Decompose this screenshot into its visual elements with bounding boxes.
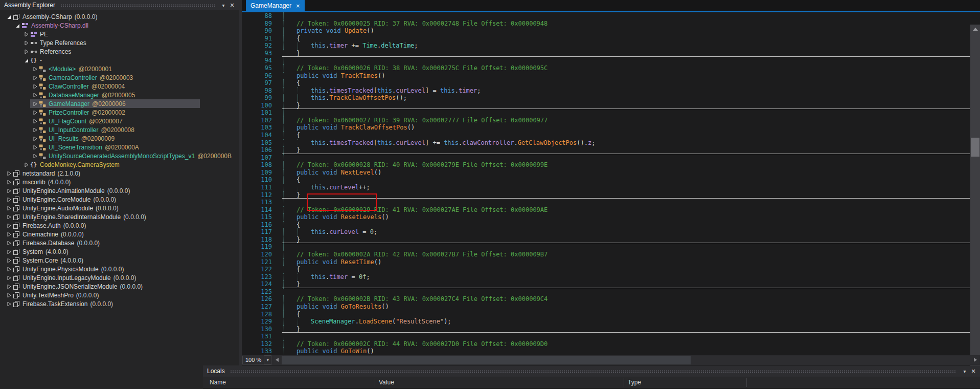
expander-open-icon[interactable] — [6, 14, 13, 20]
vertical-scrollbar-thumb[interactable] — [971, 138, 979, 157]
chevron-down-icon[interactable]: ▾ — [961, 369, 969, 374]
expander-closed-icon[interactable] — [6, 240, 13, 246]
column-separator[interactable] — [624, 378, 624, 387]
tree-item--module-[interactable]: <Module>@02000001 — [0, 64, 239, 73]
expander-closed-icon[interactable] — [32, 118, 39, 124]
tree-item-ui-inputcontroller[interactable]: UI_InputController@02000008 — [0, 125, 239, 134]
expander-closed-icon[interactable] — [23, 162, 30, 168]
tree-item-gamemanager[interactable]: GameManager@02000006 — [0, 99, 239, 108]
expander-closed-icon[interactable] — [32, 110, 39, 116]
scroll-up-icon[interactable] — [973, 28, 978, 31]
tree-item-unityengine-jsonserializemodule[interactable]: UnityEngine.JSONSerializeModule(0.0.0.0) — [0, 282, 239, 291]
tree-item-mscorlib[interactable]: mscorlib(4.0.0.0) — [0, 178, 239, 186]
expander-closed-icon[interactable] — [6, 223, 13, 229]
tree-item-pe[interactable]: PE — [0, 30, 239, 38]
tree-item-unitysourcegeneratedassemblymonoscripttypes-v1[interactable]: UnitySourceGeneratedAssemblyMonoScriptTy… — [0, 152, 239, 160]
expander-closed-icon[interactable] — [6, 179, 13, 185]
expander-closed-icon[interactable] — [32, 136, 39, 142]
expander-closed-icon[interactable] — [23, 31, 30, 37]
token-p: ; — [414, 42, 418, 49]
expander-closed-icon[interactable] — [32, 83, 39, 90]
chevron-down-icon[interactable]: ▾ — [219, 3, 227, 8]
token-c: // Token: 0x06000028 RID: 40 RVA: 0x0000… — [297, 161, 548, 168]
tree-item-references[interactable]: References — [0, 47, 239, 56]
tree-item-databasemanager[interactable]: DatabaseManager@02000005 — [0, 91, 239, 99]
expander-open-icon[interactable] — [14, 23, 21, 29]
tree-item-netstandard[interactable]: netstandard(2.1.0.0) — [0, 169, 239, 178]
zoom-level-value[interactable]: 100 % — [242, 356, 264, 364]
expander-closed-icon[interactable] — [6, 214, 13, 220]
tree-item-clawcontroller[interactable]: ClawController@02000004 — [0, 82, 239, 91]
column-separator[interactable] — [375, 378, 375, 387]
expander-closed-icon[interactable] — [23, 40, 30, 46]
tree-item-unityengine-audiomodule[interactable]: UnityEngine.AudioModule(0.0.0.0) — [0, 204, 239, 212]
expander-closed-icon[interactable] — [23, 49, 30, 55]
column-separator[interactable] — [746, 378, 747, 387]
tree-item--[interactable]: {}- — [0, 56, 239, 64]
tree-item-unityengine-physicsmodule[interactable]: UnityEngine.PhysicsModule(0.0.0.0) — [0, 265, 239, 273]
tree-item-unityengine-coremodule[interactable]: UnityEngine.CoreModule(0.0.0.0) — [0, 195, 239, 204]
locals-column-value[interactable]: Value — [379, 379, 394, 386]
locals-column-type[interactable]: Type — [628, 379, 641, 386]
code-editor[interactable]: 8889// Token: 0x06000025 RID: 37 RVA: 0x… — [242, 12, 980, 355]
tree-item-ui-scenetransition[interactable]: UI_SceneTransition@0200000A — [0, 143, 239, 152]
line-number: 119 — [242, 243, 272, 251]
tree-item-firebase-taskextension[interactable]: Firebase.TaskExtension(0.0.0.0) — [0, 299, 239, 308]
tree-item-unityengine-sharedinternalsmodule[interactable]: UnityEngine.SharedInternalsModule(0.0.0.… — [0, 212, 239, 221]
tree-item-type-references[interactable]: Type References — [0, 38, 239, 47]
tree-item-system[interactable]: System(4.0.0.0) — [0, 247, 239, 256]
tree-item-label: Assembly-CSharp.dll — [31, 22, 88, 29]
scroll-left-icon[interactable] — [276, 358, 279, 362]
tree-item-unityengine-animationmodule[interactable]: UnityEngine.AnimationModule(0.0.0.0) — [0, 186, 239, 195]
horizontal-scrollbar[interactable] — [274, 356, 979, 364]
expander-closed-icon[interactable] — [6, 266, 13, 272]
expander-closed-icon[interactable] — [32, 144, 39, 150]
tab-gamemanager[interactable]: GameManager × — [246, 0, 305, 11]
vertical-scrollbar[interactable] — [970, 25, 980, 368]
expander-closed-icon[interactable] — [6, 197, 13, 203]
tree-item-unityengine-inputlegacymodule[interactable]: UnityEngine.InputLegacyModule(0.0.0.0) — [0, 273, 239, 282]
tree-item-prizecontroller[interactable]: PrizeController@02000002 — [0, 108, 239, 117]
expander-closed-icon[interactable] — [32, 101, 39, 107]
tree-item-firebase-database[interactable]: Firebase.Database(0.0.0.0) — [0, 239, 239, 247]
zoom-dropdown-icon[interactable]: ▾ — [264, 355, 271, 365]
locals-column-name[interactable]: Name — [210, 379, 226, 386]
expander-closed-icon[interactable] — [6, 292, 13, 298]
expander-closed-icon[interactable] — [6, 249, 13, 255]
expander-closed-icon[interactable] — [32, 66, 39, 72]
expander-closed-icon[interactable] — [32, 127, 39, 133]
tree-item-system-core[interactable]: System.Core(4.0.0.0) — [0, 256, 239, 265]
tree-item-codemonkey-camerasystem[interactable]: {}CodeMonkey.CameraSystem — [0, 160, 239, 169]
close-icon[interactable]: × — [227, 1, 237, 9]
tree-item-suffix: @02000007 — [89, 118, 123, 125]
assembly-icon — [13, 292, 21, 299]
tree-item-assembly-csharp-dll[interactable]: Assembly-CSharp.dll — [0, 21, 239, 30]
expander-closed-icon[interactable] — [32, 92, 39, 98]
expander-closed-icon[interactable] — [32, 153, 39, 159]
tree-item-firebase-auth[interactable]: Firebase.Auth(0.0.0.0) — [0, 221, 239, 230]
tree-item-ui-flagcount[interactable]: UI_FlagCount@02000007 — [0, 117, 239, 125]
tree-item-assembly-csharp[interactable]: Assembly-CSharp(0.0.0.0) — [0, 12, 239, 21]
horizontal-scrollbar-thumb[interactable] — [282, 356, 691, 364]
expander-open-icon[interactable] — [23, 57, 30, 63]
expander-closed-icon[interactable] — [6, 257, 13, 264]
tree-item-unity-textmeshpro[interactable]: Unity.TextMeshPro(0.0.0.0) — [0, 291, 239, 299]
token-p: () — [374, 169, 381, 176]
tree-item-ui-results[interactable]: UI_Results@02000009 — [0, 134, 239, 143]
tab-close-icon[interactable]: × — [296, 2, 300, 10]
close-icon[interactable]: × — [969, 367, 978, 375]
expander-closed-icon[interactable] — [6, 188, 13, 194]
expander-closed-icon[interactable] — [6, 231, 13, 237]
expander-closed-icon[interactable] — [6, 275, 13, 281]
scroll-right-icon[interactable] — [974, 358, 977, 362]
expander-closed-icon[interactable] — [32, 75, 39, 81]
expander-closed-icon[interactable] — [6, 205, 13, 211]
tree-item-cinemachine[interactable]: Cinemachine(0.0.0.0) — [0, 230, 239, 239]
zoom-level-combo[interactable]: 100 % ▾ — [242, 356, 271, 364]
tree-item-suffix: (0.0.0.0) — [120, 283, 143, 290]
expander-closed-icon[interactable] — [6, 170, 13, 177]
expander-closed-icon[interactable] — [6, 284, 13, 290]
expander-closed-icon[interactable] — [6, 301, 13, 307]
tree-item-suffix: @02000009 — [81, 135, 115, 142]
tree-item-cameracontroller[interactable]: CameraController@02000003 — [0, 73, 239, 82]
